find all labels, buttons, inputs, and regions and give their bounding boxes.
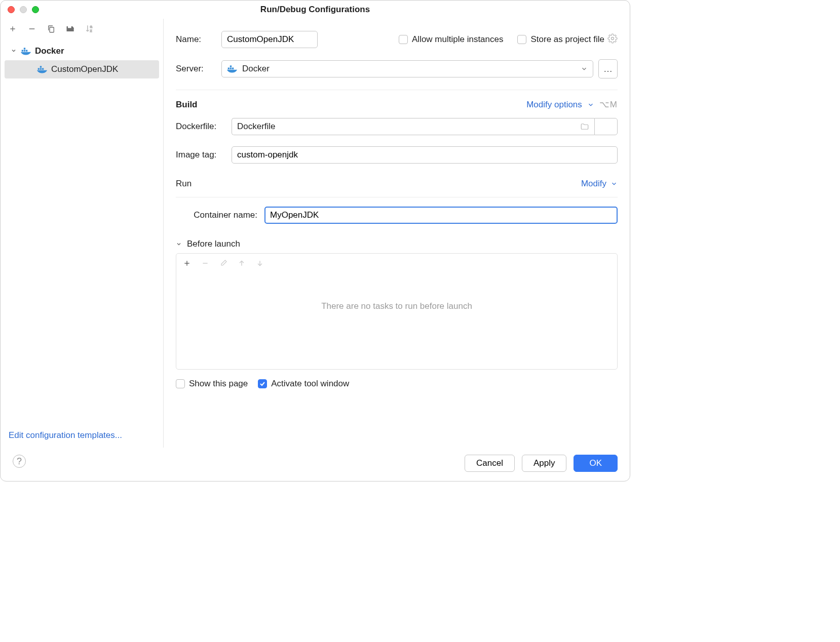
close-window-icon[interactable]: [8, 6, 15, 13]
name-row: Name: Allow multiple instances Store as …: [176, 31, 618, 48]
gear-icon[interactable]: [607, 33, 618, 46]
svg-rect-19: [230, 65, 232, 67]
svg-rect-7: [22, 50, 23, 52]
image-tag-row: Image tag:: [176, 146, 618, 164]
docker-icon: [21, 47, 31, 55]
allow-multiple-checkbox[interactable]: Allow multiple instances: [399, 34, 503, 45]
dockerfile-label: Dockerfile:: [176, 122, 232, 132]
build-title: Build: [176, 100, 198, 110]
before-launch-panel: There are no tasks to run before launch: [176, 253, 618, 370]
ok-button[interactable]: OK: [574, 455, 618, 472]
move-up-icon: [237, 259, 246, 268]
minimize-window-icon: [20, 6, 27, 13]
name-label: Name:: [176, 34, 221, 45]
edit-templates-link[interactable]: Edit configuration templates...: [9, 430, 122, 440]
svg-rect-14: [40, 66, 42, 67]
svg-rect-16: [228, 68, 230, 69]
svg-rect-17: [230, 68, 232, 69]
dockerfile-row: Dockerfile: Dockerfile: [176, 118, 618, 135]
svg-rect-9: [26, 50, 27, 52]
before-launch-placeholder: There are no tasks to run before launch: [176, 273, 617, 311]
edit-templates-link-row: Edit configuration templates...: [1, 423, 163, 448]
server-label: Server:: [176, 64, 221, 74]
activate-tool-label: Activate tool window: [271, 379, 349, 389]
maximize-window-icon[interactable]: [32, 6, 39, 13]
svg-rect-10: [24, 48, 25, 49]
run-modify-link[interactable]: Modify: [581, 179, 606, 189]
dockerfile-input-combo: Dockerfile: [232, 118, 618, 135]
store-project-file-label: Store as project file: [530, 34, 604, 45]
store-project-file-checkbox[interactable]: Store as project file: [517, 34, 604, 45]
dockerfile-input[interactable]: Dockerfile: [232, 118, 594, 135]
svg-point-15: [612, 37, 614, 39]
checkbox-box: [517, 35, 526, 44]
svg-rect-12: [40, 68, 42, 70]
sidebar: az Docker CustomOpenJDK Edit configurati…: [1, 19, 164, 448]
window-title: Run/Debug Configurations: [8, 5, 623, 15]
edit-task-icon: [219, 259, 228, 268]
tree-group-docker[interactable]: Docker: [1, 42, 163, 60]
checkbox-box: [399, 35, 408, 44]
cancel-button[interactable]: Cancel: [465, 455, 515, 472]
name-input[interactable]: [221, 31, 318, 48]
activate-tool-checkbox[interactable]: Activate tool window: [258, 379, 349, 389]
bottom-checkboxes: Show this page Activate tool window: [176, 379, 618, 389]
svg-rect-8: [24, 50, 25, 52]
server-row: Server: Docker …: [176, 59, 618, 78]
chevron-down-icon: [610, 180, 618, 187]
help-icon[interactable]: ?: [13, 455, 26, 468]
docker-icon: [37, 65, 47, 73]
window-controls: [8, 6, 39, 13]
server-browse-button[interactable]: …: [598, 59, 618, 78]
chevron-down-icon: [581, 65, 588, 72]
remove-task-icon: [201, 259, 210, 268]
svg-rect-3: [50, 27, 54, 32]
add-config-icon[interactable]: [8, 24, 18, 34]
run-title: Run: [176, 179, 192, 189]
modify-options-shortcut: ⌥M: [599, 99, 618, 110]
show-page-label: Show this page: [189, 379, 248, 389]
remove-config-icon[interactable]: [27, 24, 37, 34]
tree-group-label: Docker: [35, 46, 64, 56]
before-launch-header[interactable]: Before launch: [176, 239, 618, 249]
svg-rect-13: [42, 68, 44, 70]
image-tag-label: Image tag:: [176, 150, 232, 160]
chevron-down-icon[interactable]: [11, 48, 17, 55]
content-panel: Name: Allow multiple instances Store as …: [164, 19, 630, 448]
add-task-icon[interactable]: [182, 259, 192, 268]
dockerfile-history-button[interactable]: [594, 118, 618, 135]
container-name-input[interactable]: [264, 207, 618, 224]
before-launch-toolbar: [176, 254, 617, 273]
checkbox-box: [258, 379, 267, 388]
svg-rect-4: [68, 26, 71, 28]
svg-rect-18: [232, 68, 234, 69]
docker-icon: [227, 65, 237, 73]
container-name-row: Container name:: [176, 207, 618, 224]
build-section-header: Build Modify options ⌥M: [176, 99, 618, 110]
run-section-header: Run Modify: [176, 179, 618, 189]
sort-config-icon[interactable]: az: [85, 24, 95, 34]
svg-rect-11: [38, 68, 40, 70]
folder-icon[interactable]: [580, 122, 589, 131]
titlebar: Run/Debug Configurations: [1, 1, 630, 19]
footer: ? Cancel Apply OK: [1, 448, 630, 481]
image-tag-input[interactable]: [232, 146, 618, 164]
move-down-icon: [255, 259, 264, 268]
config-tree: Docker CustomOpenJDK: [1, 40, 163, 423]
server-select[interactable]: Docker: [221, 60, 593, 77]
apply-button[interactable]: Apply: [522, 455, 567, 472]
show-page-checkbox[interactable]: Show this page: [176, 379, 248, 389]
checkbox-box: [176, 379, 185, 388]
chevron-down-icon: [587, 101, 594, 108]
modify-options-link[interactable]: Modify options: [526, 100, 582, 110]
allow-multiple-label: Allow multiple instances: [412, 34, 503, 45]
tree-item-label: CustomOpenJDK: [51, 64, 118, 74]
svg-text:z: z: [90, 28, 92, 33]
server-value: Docker: [242, 64, 270, 74]
tree-item-customopenjdk[interactable]: CustomOpenJDK: [5, 60, 159, 78]
copy-config-icon[interactable]: [46, 24, 56, 34]
save-config-icon[interactable]: [65, 24, 75, 34]
before-launch-title: Before launch: [187, 239, 240, 249]
main-area: az Docker CustomOpenJDK Edit configurati…: [1, 19, 630, 448]
container-name-label: Container name:: [176, 210, 264, 220]
